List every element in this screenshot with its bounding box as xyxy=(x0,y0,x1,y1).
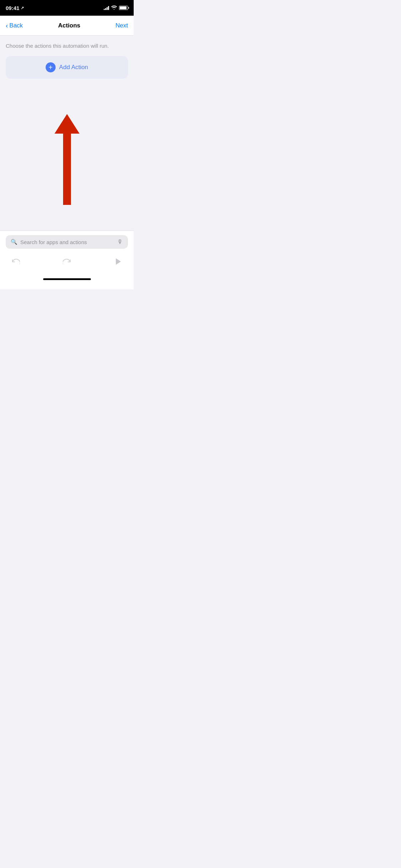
back-label: Back xyxy=(9,22,23,29)
chevron-left-icon: ‹ xyxy=(6,22,8,30)
status-bar: 09:41 ↗ xyxy=(0,0,134,16)
battery-icon xyxy=(119,6,128,10)
arrow-shaft xyxy=(63,134,71,205)
add-action-label: Add Action xyxy=(59,64,88,71)
undo-button[interactable] xyxy=(9,254,23,269)
page-title: Actions xyxy=(58,22,80,29)
wifi-icon xyxy=(111,5,117,11)
back-button[interactable]: ‹ Back xyxy=(6,22,23,30)
redo-button[interactable] xyxy=(60,254,74,269)
location-icon: ↗ xyxy=(21,6,24,10)
search-placeholder: Search for apps and actions xyxy=(20,239,114,245)
add-action-button[interactable]: + Add Action xyxy=(6,56,128,79)
main-content: Choose the actions this automation will … xyxy=(0,36,134,225)
arrow-head xyxy=(55,114,79,134)
home-indicator xyxy=(6,273,128,285)
home-bar xyxy=(43,278,91,280)
play-button[interactable] xyxy=(111,254,125,269)
navigation-bar: ‹ Back Actions Next xyxy=(0,16,134,36)
time-label: 09:41 xyxy=(6,5,19,11)
signal-bars-icon xyxy=(104,6,109,10)
bottom-area: 🔍 Search for apps and actions 🎙 xyxy=(0,231,134,289)
content-area: Choose the actions this automation will … xyxy=(0,36,134,84)
status-icons xyxy=(104,5,128,11)
subtitle-text: Choose the actions this automation will … xyxy=(6,43,128,49)
bottom-toolbar xyxy=(6,253,128,270)
arrow-annotation xyxy=(55,114,79,205)
microphone-icon[interactable]: 🎙 xyxy=(117,239,123,245)
search-bar[interactable]: 🔍 Search for apps and actions 🎙 xyxy=(6,235,128,249)
status-time: 09:41 ↗ xyxy=(6,5,24,11)
next-button[interactable]: Next xyxy=(115,22,128,29)
search-icon: 🔍 xyxy=(11,239,17,245)
plus-symbol: + xyxy=(48,64,53,71)
plus-circle-icon: + xyxy=(46,62,56,72)
